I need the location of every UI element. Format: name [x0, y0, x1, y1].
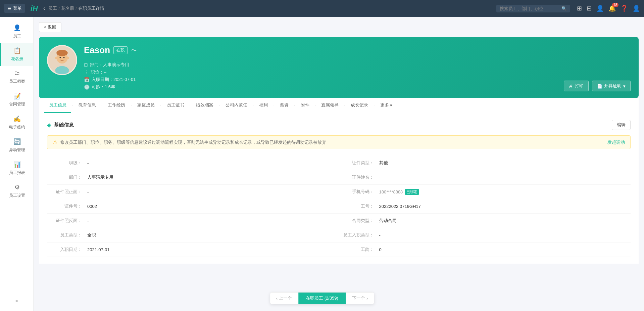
work-years-value: 0 — [379, 247, 631, 252]
breadcrumb-item-1[interactable]: 员工 — [48, 5, 57, 11]
esign-icon: ✍ — [13, 115, 21, 123]
tab-more[interactable]: 更多 ▾ — [376, 98, 397, 113]
next-employee-button[interactable]: 下一个 › — [346, 293, 374, 304]
id-num-value: 0002 — [87, 204, 339, 209]
profile-tenure: 司龄：1.6年 — [92, 84, 115, 90]
profile-divider — [84, 59, 631, 59]
tab-concurrent[interactable]: 公司内兼任 — [221, 98, 252, 113]
qr-icon[interactable]: ⊞ — [577, 5, 582, 12]
edit-button[interactable]: 编辑 — [612, 120, 631, 130]
notification-badge: 18 — [612, 3, 618, 7]
field-department: 部门： 人事演示专用 — [47, 170, 339, 185]
main-content: < 返回 — [34, 17, 644, 311]
id-back-label: 证件照反面： — [47, 218, 87, 224]
help-icon[interactable]: ❓ — [621, 5, 628, 12]
tab-education[interactable]: 教育信息 — [74, 98, 101, 113]
sidebar-item-employee[interactable]: 👤 员工 — [0, 20, 33, 43]
tab-direct-leader[interactable]: 直属领导 — [316, 98, 343, 113]
sidebar-item-contract[interactable]: 📝 合同管理 — [0, 88, 33, 111]
emp-type-label: 员工类型： — [47, 232, 87, 238]
field-id-name: 证件姓名： - — [339, 170, 631, 185]
profile-position: 职位：-- — [91, 69, 107, 75]
sidebar-item-esign[interactable]: ✍ 电子签约 — [0, 111, 33, 134]
form-grid: 职级： - 部门： 人事演示专用 证件照正面： - 证件号： — [47, 156, 631, 257]
tab-cert[interactable]: 员工证书 — [162, 98, 189, 113]
account-icon[interactable]: 👤 — [633, 5, 640, 12]
sidebar-bottom-toggle[interactable]: ≡ — [0, 295, 33, 308]
section-title-row: ◈ 基础信息 编辑 — [47, 120, 631, 130]
anomaly-icon: 🔄 — [13, 138, 21, 145]
profile-department-row: ⊡ 部门：人事演示专用 — [84, 62, 631, 68]
cert-button[interactable]: 📄 开具证明 ▾ — [592, 81, 631, 91]
entry-date-label: 入职日期： — [47, 247, 87, 253]
sidebar-label-employee: 员工 — [13, 33, 21, 39]
sidebar-item-anomaly[interactable]: 🔄 异动管理 — [0, 134, 33, 157]
sidebar: 👤 员工 📋 花名册 🗂 员工档案 📝 合同管理 ✍ 电子签约 🔄 异动管理 📊… — [0, 17, 34, 311]
profile-name-row: Eason 在职 〜 — [84, 45, 631, 55]
profile-name: Eason — [84, 45, 110, 55]
id-type-label: 证件类型： — [339, 160, 379, 166]
prev-employee-button[interactable]: ‹ 上一个 — [270, 293, 298, 304]
svg-point-3 — [56, 50, 68, 56]
sidebar-item-settings[interactable]: ⚙ 员工设置 — [0, 180, 33, 203]
warning-icon: ⚠ — [53, 139, 57, 145]
tab-welfare[interactable]: 福利 — [254, 98, 273, 113]
sidebar-item-roster[interactable]: 📋 花名册 — [0, 43, 33, 66]
sidebar-collapse-icon: ≡ — [15, 299, 18, 304]
nav-back-icon[interactable]: ‹ — [43, 5, 45, 11]
cert-icon: 📄 — [597, 84, 602, 89]
profile-header-inner: Eason 在职 〜 ⊡ 部门：人事演示专用 ⋮ 职位：-- — [47, 45, 631, 91]
phone-label: 手机号码： — [339, 189, 379, 195]
entry-date-value: 2021-07-01 — [87, 247, 339, 252]
print-button[interactable]: 🖨 打印 — [564, 81, 589, 91]
id-name-value: - — [379, 175, 631, 180]
id-front-label: 证件照正面： — [47, 189, 87, 195]
tab-employee-info[interactable]: 员工信息 — [44, 98, 71, 113]
apps-icon[interactable]: ⊟ — [587, 5, 592, 12]
svg-point-5 — [63, 57, 65, 58]
archive-icon: 🗂 — [14, 70, 20, 77]
menu-button[interactable]: ☰ 菜单 — [4, 4, 25, 13]
avatar — [47, 45, 77, 75]
search-icon: 🔍 — [561, 6, 567, 11]
warning-action-link[interactable]: 发起调动 — [607, 139, 625, 145]
sidebar-label-archive: 员工档案 — [9, 79, 25, 84]
profile-actions: 🖨 打印 📄 开具证明 ▾ — [564, 81, 631, 91]
dept-label: 部门： — [47, 174, 87, 180]
breadcrumb-item-2[interactable]: 花名册 — [61, 5, 74, 11]
back-button[interactable]: < 返回 — [39, 22, 61, 32]
sidebar-item-report[interactable]: 📊 员工报表 — [0, 157, 33, 180]
field-employee-type: 员工类型： 全职 — [47, 228, 339, 242]
id-name-label: 证件姓名： — [339, 174, 379, 180]
field-work-years: 工龄： 0 — [339, 242, 631, 257]
tab-work-history[interactable]: 工作经历 — [103, 98, 130, 113]
field-id-number: 证件号： 0002 — [47, 199, 339, 214]
employee-icon: 👤 — [13, 24, 21, 32]
field-id-back: 证件照反面： - — [47, 214, 339, 228]
top-navigation: ☰ 菜单 iH ‹ 员工 / 花名册 / 在职员工详情 🔍 ⊞ ⊟ 👤 🔔 18… — [0, 0, 644, 17]
emp-type-value: 全职 — [87, 232, 339, 238]
user-icon[interactable]: 👤 — [596, 5, 604, 12]
id-num-label: 证件号： — [47, 203, 87, 209]
breadcrumb: 员工 / 花名册 / 在职员工详情 — [48, 5, 104, 11]
logo-icon: iH — [31, 4, 38, 13]
field-entry-type: 员工入职类型： - — [339, 228, 631, 242]
notification-icon[interactable]: 🔔 18 — [608, 5, 616, 12]
tab-attachment[interactable]: 附件 — [296, 98, 314, 113]
sidebar-item-archive[interactable]: 🗂 员工档案 — [0, 66, 33, 88]
search-box: 🔍 — [496, 5, 570, 12]
status-badge: 在职 — [113, 46, 128, 54]
search-input[interactable] — [500, 6, 559, 11]
tab-growth[interactable]: 成长记录 — [346, 98, 373, 113]
tab-salary[interactable]: 薪资 — [275, 98, 293, 113]
breadcrumb-sep-2: / — [76, 6, 77, 11]
clock-icon: 🕐 — [84, 84, 90, 90]
basic-info-section: ◈ 基础信息 编辑 ⚠ 修改员工部门、职位、职务、职级等信息建议通过调动流程实现… — [39, 113, 639, 264]
main-layout: 👤 员工 📋 花名册 🗂 员工档案 📝 合同管理 ✍ 电子签约 🔄 异动管理 📊… — [0, 17, 644, 311]
menu-icon: ☰ — [7, 6, 11, 11]
field-phone: 手机号码： 180****8888 已绑定 — [339, 185, 631, 199]
tab-family[interactable]: 家庭成员 — [133, 98, 159, 113]
field-contract-type: 合同类型： 劳动合同 — [339, 214, 631, 228]
contract-type-label: 合同类型： — [339, 218, 379, 224]
tab-performance[interactable]: 绩效档案 — [191, 98, 218, 113]
